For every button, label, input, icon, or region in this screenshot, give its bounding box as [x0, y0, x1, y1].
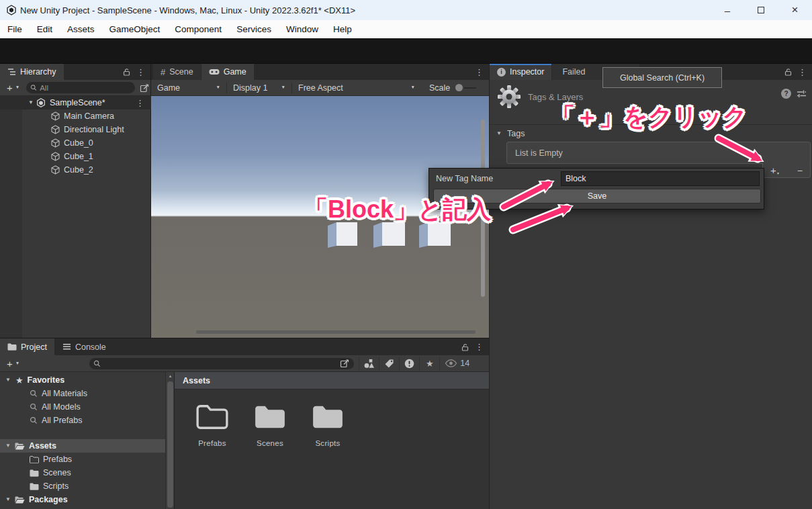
presets-icon[interactable]	[797, 89, 807, 98]
menu-assets[interactable]: Assets	[60, 20, 102, 38]
scale-slider-track[interactable]	[464, 87, 476, 89]
tab-scene[interactable]: # Scene	[153, 64, 201, 80]
hierarchy-icon	[7, 68, 16, 76]
help-icon[interactable]: ?	[781, 89, 791, 99]
asset-folder-label: Prefabs	[43, 455, 72, 464]
asset-folder-row[interactable]: Scripts	[0, 479, 165, 493]
annotation-click-plus: 「＋」をクリック	[551, 101, 747, 134]
tab-inspector[interactable]: i Inspector	[490, 64, 551, 80]
visibility-toggle[interactable]: 14	[439, 357, 474, 371]
hierarchy-item[interactable]: Cube_1	[0, 150, 151, 163]
close-button[interactable]: ×	[778, 0, 812, 20]
foldout-open-icon[interactable]: ▼	[5, 443, 11, 449]
tab-console[interactable]: Console	[55, 338, 114, 355]
window-title: New Unity Project - SampleScene - Window…	[20, 5, 355, 15]
annotation-arrow-to-save	[504, 197, 591, 238]
asset-folder-row[interactable]: Prefabs	[0, 453, 165, 466]
hierarchy-item[interactable]: Main Camera	[0, 109, 151, 123]
hierarchy-item[interactable]: Cube_0	[0, 136, 151, 150]
folder-icon	[311, 403, 345, 431]
project-add-button[interactable]: +	[7, 359, 13, 369]
kebab-menu-icon[interactable]: ⋮	[798, 68, 807, 77]
assets-row[interactable]: ▼ Assets	[0, 439, 165, 453]
chevron-down-icon[interactable]: ▼	[15, 361, 19, 366]
favorites-filter-button[interactable]: ★	[419, 357, 439, 371]
menu-services[interactable]: Services	[229, 20, 279, 38]
pick-object-icon[interactable]	[140, 83, 150, 93]
folder-item-prefabs[interactable]: Prefabs	[189, 403, 236, 447]
hierarchy-item[interactable]: Directional Light	[0, 123, 151, 136]
remove-tag-button[interactable]: −	[797, 166, 803, 175]
lock-icon[interactable]	[123, 68, 130, 76]
menu-help[interactable]: Help	[326, 20, 359, 38]
tree-scrollbar[interactable]: ▲	[165, 372, 174, 509]
unresolved-references-button[interactable]	[399, 357, 419, 371]
menu-edit[interactable]: Edit	[30, 20, 60, 38]
favorites-row[interactable]: ▼ ★ Favorites	[0, 373, 165, 387]
menu-file[interactable]: File	[0, 20, 30, 38]
filter-by-label-button[interactable]	[379, 357, 399, 371]
horizontal-scrollbar[interactable]	[196, 330, 476, 334]
folder-label: Scripts	[304, 439, 351, 447]
chevron-down-icon: ▼	[411, 85, 415, 90]
scrollbar-thumb[interactable]	[167, 381, 173, 508]
filter-by-type-button[interactable]	[359, 357, 379, 371]
display-target-label: Game	[157, 83, 180, 93]
hierarchy-search-field[interactable]	[26, 82, 135, 93]
favorite-item[interactable]: All Materials	[0, 387, 165, 400]
tab-game[interactable]: Game	[201, 64, 254, 80]
favorite-item-label: All Materials	[42, 389, 87, 398]
tab-game-label: Game	[224, 67, 246, 77]
foldout-open-icon[interactable]: ▼	[5, 497, 11, 502]
asset-folder-row[interactable]: Scenes	[0, 466, 165, 479]
hierarchy-add-button[interactable]: +	[7, 83, 13, 93]
folder-empty-icon	[195, 403, 229, 431]
main-toolbar: YY ▼ Layers ▼ Layout ▼	[0, 38, 812, 64]
folder-item-scenes[interactable]: Scenes	[246, 403, 294, 447]
search-icon	[30, 403, 38, 411]
minimize-button[interactable]: –	[711, 0, 744, 20]
kebab-menu-icon[interactable]: ⋮	[136, 99, 144, 107]
pick-asset-icon[interactable]	[340, 359, 350, 368]
kebab-menu-icon[interactable]: ⋮	[136, 68, 145, 77]
kebab-menu-icon[interactable]: ⋮	[475, 68, 484, 77]
foldout-open-icon[interactable]: ▼	[28, 100, 34, 105]
foldout-open-icon[interactable]: ▼	[496, 131, 502, 136]
project-search-field[interactable]	[89, 358, 354, 369]
tags-section-label[interactable]: Tags	[507, 129, 525, 138]
scene-row[interactable]: ▼ SampleScene* ⋮	[0, 96, 151, 109]
maximize-button[interactable]	[744, 0, 778, 20]
hierarchy-item[interactable]: Cube_2	[0, 163, 151, 177]
tab-hierarchy[interactable]: Hierarchy	[0, 64, 64, 80]
asset-folder-label: Scenes	[43, 468, 71, 477]
folder-item-scripts[interactable]: Scripts	[304, 403, 351, 447]
hierarchy-search-input[interactable]	[40, 84, 131, 92]
display-target-dropdown[interactable]: Game ▼	[151, 83, 226, 93]
foldout-open-icon[interactable]: ▼	[5, 377, 11, 383]
aspect-label: Free Aspect	[298, 83, 343, 93]
favorite-item[interactable]: All Prefabs	[0, 414, 165, 427]
project-toolbar: + ▼ ★ 14	[0, 355, 489, 372]
menu-window[interactable]: Window	[279, 20, 326, 38]
shapes-icon	[363, 359, 375, 369]
chevron-down-icon[interactable]: ▼	[15, 85, 19, 90]
info-icon: i	[497, 68, 506, 77]
packages-row[interactable]: ▼ Packages	[0, 493, 165, 506]
aspect-dropdown[interactable]: Free Aspect ▼	[292, 83, 421, 93]
kebab-menu-icon[interactable]: ⋮	[475, 342, 484, 351]
unity-editor-window: New Unity Project - SampleScene - Window…	[0, 0, 812, 509]
menu-gameobject[interactable]: GameObject	[102, 20, 168, 38]
project-panel: Project Console ⋮ + ▼	[0, 338, 489, 509]
scale-slider-knob[interactable]	[455, 84, 463, 91]
star-icon: ★	[426, 359, 434, 368]
new-tag-input[interactable]	[561, 171, 760, 186]
assets-label: Assets	[29, 441, 56, 451]
favorite-item-label: All Prefabs	[42, 416, 82, 425]
menu-component[interactable]: Component	[167, 20, 229, 38]
favorite-item[interactable]: All Models	[0, 400, 165, 414]
display-dropdown[interactable]: Display 1 ▼	[227, 83, 291, 93]
lock-icon[interactable]	[784, 68, 792, 76]
viewport-tabbar: # Scene Game ⋮	[151, 64, 489, 80]
lock-icon[interactable]	[461, 343, 469, 351]
tab-project[interactable]: Project	[0, 338, 54, 355]
